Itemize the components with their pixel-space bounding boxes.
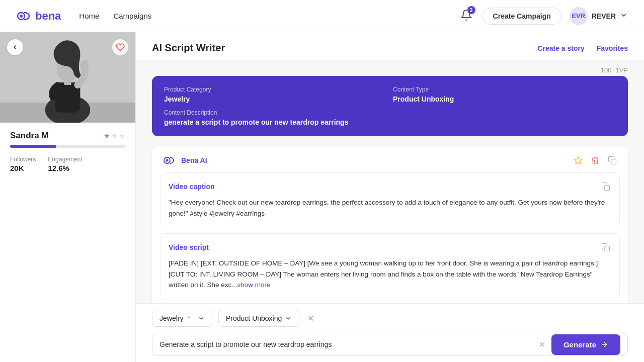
copy-caption-button[interactable]: [600, 181, 611, 192]
trash-icon: [591, 156, 600, 165]
clear-input-button[interactable]: ✕: [537, 338, 547, 351]
favorites-link[interactable]: Favorites: [597, 44, 628, 52]
delete-response-button[interactable]: [590, 155, 601, 166]
video-script-text: [FADE IN] [EXT. OUTSIDE OF HOME – DAY] […: [169, 258, 611, 291]
script-scroll-area[interactable]: 100 1VP Product Category Jewelry Content…: [136, 60, 644, 303]
star-2: ★: [111, 132, 118, 140]
video-caption-title: Video caption: [169, 181, 611, 192]
chevron-down-icon: [620, 11, 628, 21]
bottom-bar: Jewelry * Product Unboxing ✕ ✕: [136, 303, 644, 362]
count-2: 1VP: [615, 66, 628, 74]
notification-button[interactable]: 2: [458, 7, 474, 25]
video-script-title: Video script: [169, 242, 611, 253]
nav-campaigns[interactable]: Campaigns: [113, 12, 151, 20]
create-campaign-button[interactable]: Create Campaign: [482, 8, 561, 25]
profile-info: Sandra M ★ ★ ★ Followers 20K Engagement …: [0, 123, 135, 172]
ai-script-header: AI Script Writer Create a story Favorite…: [136, 32, 644, 60]
required-marker: *: [187, 314, 190, 322]
response-block: Bena AI: [152, 146, 628, 303]
jewelry-chevron-icon: [198, 315, 205, 322]
user-menu[interactable]: EVR REVER: [570, 7, 628, 25]
clear-filter-button[interactable]: ✕: [305, 314, 316, 323]
prompt-input-row: ✕ Generate: [152, 333, 628, 356]
navbar: bena Home Campaigns 2 Create Campaign EV…: [0, 0, 644, 32]
content-description-label: Content Description: [164, 109, 616, 116]
star-1: ★: [104, 132, 110, 140]
nav-home[interactable]: Home: [79, 12, 99, 20]
filter-row: Jewelry * Product Unboxing ✕: [152, 310, 628, 327]
content-description-field: Content Description generate a script to…: [164, 109, 616, 126]
star-rating: ★ ★ ★: [104, 132, 125, 140]
followers-stat: Followers 20K: [10, 156, 36, 172]
star-3: ★: [119, 132, 125, 140]
nav-right: 2 Create Campaign EVR REVER: [458, 7, 628, 25]
copy-script-button[interactable]: [600, 242, 611, 253]
create-story-link[interactable]: Create a story: [537, 44, 584, 52]
product-category-label: Product Category: [164, 86, 387, 93]
stats-row: Followers 20K Engagement 12.6%: [10, 156, 125, 172]
logo-icon: [16, 8, 32, 24]
product-category-field: Product Category Jewelry: [164, 86, 387, 103]
back-button[interactable]: [7, 39, 23, 55]
engagement-label: Engagement: [48, 156, 82, 163]
profile-panel: Sandra M ★ ★ ★ Followers 20K Engagement …: [0, 32, 136, 362]
content-type-value: Product Unboxing: [393, 95, 616, 103]
copy-response-button[interactable]: [607, 155, 618, 166]
content-type-label: Content Type: [393, 86, 616, 93]
engagement-value: 12.6%: [48, 164, 82, 172]
content-type-field: Content Type Product Unboxing: [393, 86, 616, 103]
notification-badge: 2: [467, 6, 475, 14]
response-actions: [573, 155, 618, 166]
video-caption-card: Video caption "Hey everyone! Check out o…: [160, 172, 620, 227]
copy-script-icon: [601, 243, 610, 252]
svg-rect-13: [605, 186, 610, 191]
logo[interactable]: bena: [16, 8, 61, 24]
heart-icon: [116, 43, 125, 52]
product-unboxing-label: Product Unboxing: [226, 314, 282, 322]
show-more-link[interactable]: show more: [237, 281, 271, 289]
user-name: REVER: [592, 12, 616, 20]
unboxing-chevron-icon: [285, 315, 292, 322]
ai-script-title: AI Script Writer: [152, 42, 225, 54]
nav-links: Home Campaigns: [79, 12, 151, 20]
counts-row: 100 1VP: [152, 60, 628, 76]
info-box: Product Category Jewelry Content Type Pr…: [152, 76, 628, 136]
favorite-button[interactable]: [112, 39, 128, 55]
avatar: EVR: [570, 7, 588, 25]
response-agent: Bena AI: [162, 153, 207, 167]
back-arrow-icon: [12, 44, 19, 51]
svg-rect-14: [605, 246, 610, 251]
score-bar: [10, 145, 125, 148]
copy-caption-icon: [601, 182, 610, 191]
star-icon: [574, 156, 583, 165]
ai-header-actions: Create a story Favorites: [537, 44, 628, 52]
response-header: Bena AI: [152, 146, 628, 172]
video-script-card: Video script [FADE IN] [EXT. OUTSIDE OF …: [160, 233, 620, 299]
nav-left: bena Home Campaigns: [16, 8, 151, 24]
profile-image-wrap: [0, 32, 135, 123]
content-description-value: generate a script to promote our new tea…: [164, 118, 616, 126]
agent-name: Bena AI: [181, 156, 207, 164]
product-unboxing-filter[interactable]: Product Unboxing: [218, 310, 299, 327]
profile-name: Sandra M: [10, 131, 49, 141]
svg-marker-11: [575, 157, 582, 164]
svg-rect-12: [611, 159, 616, 164]
followers-label: Followers: [10, 156, 36, 163]
svg-point-1: [20, 15, 23, 18]
jewelry-filter[interactable]: Jewelry *: [152, 310, 212, 327]
generate-button[interactable]: Generate: [551, 334, 620, 355]
prompt-input[interactable]: [159, 333, 533, 355]
content-area: AI Script Writer Create a story Favorite…: [136, 32, 644, 362]
product-category-value: Jewelry: [164, 95, 387, 103]
engagement-stat: Engagement 12.6%: [48, 156, 82, 172]
profile-name-row: Sandra M ★ ★ ★: [10, 131, 125, 141]
score-bar-fill: [10, 145, 56, 148]
bena-ai-icon: [162, 153, 176, 167]
info-box-grid: Product Category Jewelry Content Type Pr…: [164, 86, 616, 126]
star-response-button[interactable]: [573, 155, 584, 166]
followers-value: 20K: [10, 164, 36, 172]
main-layout: Sandra M ★ ★ ★ Followers 20K Engagement …: [0, 32, 644, 362]
svg-point-10: [166, 159, 169, 162]
count-1: 100: [601, 66, 612, 74]
arrow-right-icon: [600, 340, 608, 348]
